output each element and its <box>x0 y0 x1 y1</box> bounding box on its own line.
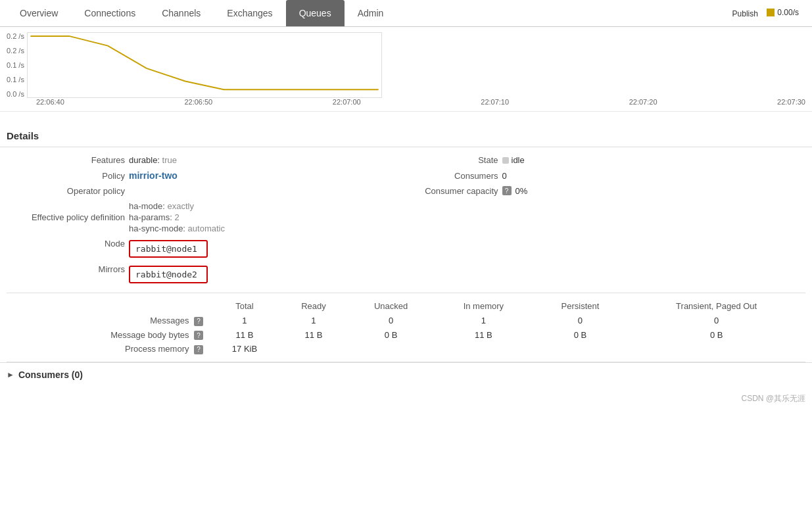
watermark: CSDN @其乐无涯 <box>0 387 812 411</box>
x-label-5: 22:07:30 <box>777 98 805 106</box>
mirrors-label: Mirrors <box>7 264 125 274</box>
msg-transient: 0 <box>627 314 805 328</box>
policy-value[interactable]: mirrior-two <box>129 170 178 181</box>
msg-inmemory: 1 <box>434 314 533 328</box>
chart-y-axis: 0.2 /s 0.2 /s 0.1 /s 0.1 /s 0.0 /s <box>7 32 27 98</box>
nav-overview[interactable]: Overview <box>7 0 71 26</box>
bytes-transient: 0 B <box>627 328 805 343</box>
proc-mem-label: Process memory ? <box>7 342 210 356</box>
node-label: Node <box>7 239 125 249</box>
nav-queues[interactable]: Queues <box>286 0 345 26</box>
msg-unacked: 0 <box>348 314 434 328</box>
legend-value: 0.00/s <box>777 8 799 17</box>
y-label-3: 0.1 /s <box>7 76 24 83</box>
messages-row-label: Messages ? <box>7 314 210 328</box>
table-row: Messages ? 1 1 0 1 0 0 <box>7 314 805 328</box>
col-transient: Transient, Paged Out <box>627 298 805 314</box>
node-value: rabbit@node1 <box>129 239 208 259</box>
chart-x-axis: 22:06:40 22:06:50 22:07:00 22:07:10 22:0… <box>36 98 805 108</box>
messages-header-row: Total Ready Unacked In memory Persistent… <box>7 298 805 314</box>
bytes-inmemory: 11 B <box>434 328 533 343</box>
messages-table: Total Ready Unacked In memory Persistent… <box>7 298 805 356</box>
consumer-capacity-label: Consumer capacity <box>413 186 498 196</box>
messages-help-icon[interactable]: ? <box>194 317 203 326</box>
proc-mem-val: 17 KiB <box>210 342 279 356</box>
mirrors-value: rabbit@node2 <box>129 264 208 285</box>
top-right-legend: Publish 0.00/s <box>726 5 805 21</box>
msg-total: 1 <box>210 314 279 328</box>
x-label-1: 22:06:50 <box>184 98 212 106</box>
msg-bytes-help-icon[interactable]: ? <box>194 331 203 340</box>
details-section-title: Details <box>0 120 812 147</box>
x-label-3: 22:07:10 <box>481 98 509 106</box>
ha-sync-row: ha-sync-mode: automatic <box>129 224 225 233</box>
details-body: Features durable: true Policy mirrior-tw… <box>0 147 812 293</box>
consumers-count-row: Consumers 0 <box>413 168 806 183</box>
chart-svg <box>27 32 805 98</box>
nav-admin[interactable]: Admin <box>345 0 397 26</box>
col-unacked: Unacked <box>348 298 434 314</box>
state-badge: idle <box>502 155 525 165</box>
eff-policy-label: Effective policy definition <box>7 212 125 222</box>
x-label-4: 22:07:20 <box>629 98 657 106</box>
col-persistent: Persistent <box>533 298 628 314</box>
ha-params-val: 2 <box>174 212 179 222</box>
details-right-col: State idle Consumers 0 Consumer capacity… <box>400 153 806 287</box>
consumers-count-value: 0 <box>502 171 507 181</box>
chart-area: 0.2 /s 0.2 /s 0.1 /s 0.1 /s 0.0 /s 22:06… <box>0 27 812 112</box>
state-row: State idle <box>413 153 806 168</box>
col-ready: Ready <box>279 298 348 314</box>
table-row: Process memory ? 17 KiB <box>7 342 805 356</box>
ha-params-row: ha-params: 2 <box>129 212 225 222</box>
y-label-2: 0.1 /s <box>7 61 24 69</box>
ha-sync-val: automatic <box>188 224 225 233</box>
nav-channels[interactable]: Channels <box>149 0 214 26</box>
proc-mem-help-icon[interactable]: ? <box>194 345 203 354</box>
operator-policy-label: Operator policy <box>7 186 125 196</box>
state-value: idle <box>502 155 525 166</box>
ha-mode-row: ha-mode: exactly <box>129 201 225 211</box>
details-left-col: Features durable: true Policy mirrior-tw… <box>7 153 400 287</box>
consumers-section: ► Consumers (0) <box>0 362 812 387</box>
y-label-0: 0.2 /s <box>7 32 24 40</box>
msg-persistent: 0 <box>533 314 628 328</box>
consumers-title: Consumers (0) <box>18 369 83 380</box>
x-label-0: 22:06:40 <box>36 98 64 106</box>
y-label-4: 0.0 /s <box>7 90 24 98</box>
col-total: Total <box>210 298 279 314</box>
consumer-capacity-value: 0% <box>515 186 528 196</box>
node-row: Node rabbit@node1 <box>7 236 400 262</box>
features-row: Features durable: true <box>7 153 400 168</box>
messages-table-section: Total Ready Unacked In memory Persistent… <box>0 293 812 362</box>
bytes-persistent: 0 B <box>533 328 628 343</box>
node-box: rabbit@node1 <box>129 240 208 258</box>
ha-mode-val: exactly <box>168 201 194 211</box>
mirrors-box: rabbit@node2 <box>129 266 208 283</box>
consumers-arrow-icon: ► <box>7 370 14 379</box>
nav-exchanges[interactable]: Exchanges <box>214 0 285 26</box>
operator-policy-row: Operator policy <box>7 183 400 199</box>
y-label-1: 0.2 /s <box>7 47 24 55</box>
policy-row: Policy mirrior-two <box>7 168 400 183</box>
bytes-unacked: 0 B <box>348 328 434 343</box>
msg-bytes-label: Message body bytes ? <box>7 328 210 343</box>
legend-color-icon <box>767 9 775 16</box>
nav-bar: Overview Connections Channels Exchanges … <box>0 0 812 27</box>
consumer-capacity-help-icon[interactable]: ? <box>502 186 512 195</box>
state-label: State <box>413 155 498 165</box>
bytes-ready: 11 B <box>279 328 348 343</box>
state-dot-icon <box>502 157 509 164</box>
chart-container: 0.2 /s 0.2 /s 0.1 /s 0.1 /s 0.0 /s <box>7 32 805 98</box>
mirrors-row: Mirrors rabbit@node2 <box>7 262 400 287</box>
publish-label: Publish <box>732 9 758 18</box>
table-row: Message body bytes ? 11 B 11 B 0 B 11 B … <box>7 328 805 343</box>
legend-item: 0.00/s <box>767 8 799 17</box>
features-durable: durable: true <box>129 155 177 165</box>
consumers-count-label: Consumers <box>413 171 498 181</box>
features-true-val: true <box>162 155 177 165</box>
consumers-header[interactable]: ► Consumers (0) <box>7 369 805 380</box>
eff-policy-values: ha-mode: exactly ha-params: 2 ha-sync-mo… <box>129 201 225 233</box>
msg-ready: 1 <box>279 314 348 328</box>
nav-connections[interactable]: Connections <box>71 0 149 26</box>
eff-policy-row: Effective policy definition ha-mode: exa… <box>7 199 400 236</box>
